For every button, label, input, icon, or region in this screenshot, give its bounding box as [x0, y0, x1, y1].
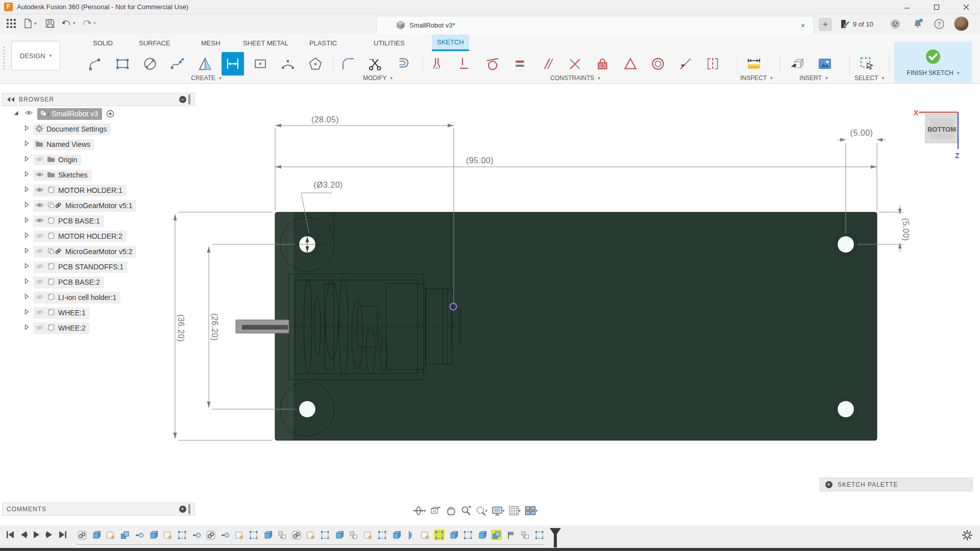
group-label-select[interactable]: SELECT▾: [854, 74, 884, 82]
timeline-feature-sketch[interactable]: [462, 530, 473, 540]
browser-root-item[interactable]: SmallRobot v3: [2, 106, 195, 121]
browser-item-sketches[interactable]: Sketches: [2, 167, 195, 183]
browser-header[interactable]: BROWSER –: [2, 93, 195, 106]
expand-icon[interactable]: [23, 293, 30, 302]
timeline-feature-sketch[interactable]: [377, 530, 387, 540]
browser-item-document-settings[interactable]: Document Settings: [2, 121, 195, 137]
timeline-feature-extrude[interactable]: [391, 530, 402, 540]
timeline-feature-snapshot[interactable]: [348, 530, 359, 540]
notifications-bell-icon[interactable]: [912, 18, 925, 32]
timeline-feature-component[interactable]: [234, 530, 244, 540]
timeline-feature-snapshot[interactable]: [520, 530, 530, 540]
visibility-eye-icon[interactable]: [35, 309, 44, 317]
document-tab[interactable]: SmallRobot v3* ×: [376, 16, 814, 34]
workspace-selector[interactable]: DESIGN▾: [11, 41, 60, 70]
timeline-feature-joint[interactable]: [191, 530, 202, 540]
minimize-button[interactable]: [895, 0, 919, 14]
tool-rectangle-center[interactable]: [249, 52, 272, 76]
ribbon-tab-solid[interactable]: SOLID: [88, 35, 118, 51]
group-label-modify[interactable]: MODIFY▾: [363, 74, 393, 82]
timeline-feature-component[interactable]: [420, 530, 430, 540]
timeline-feature-combine[interactable]: [119, 530, 130, 540]
tool-midpoint[interactable]: [619, 52, 642, 76]
timeline-settings-gear-icon[interactable]: [962, 530, 973, 543]
browser-item-whee-1[interactable]: WHEE:1: [2, 305, 195, 320]
visibility-eye-icon[interactable]: [35, 232, 44, 241]
browser-item-pcb-standoffs-1[interactable]: PCB STANDOFFS:1: [2, 259, 195, 274]
tool-arc[interactable]: [277, 52, 299, 76]
maximize-button[interactable]: [925, 0, 948, 14]
timeline-feature-sketch[interactable]: [320, 530, 330, 540]
expand-icon[interactable]: [23, 232, 30, 241]
expand-open-icon[interactable]: [12, 109, 19, 118]
timeline-feature-link[interactable]: [205, 530, 216, 540]
tool-line[interactable]: [84, 52, 106, 76]
tool-mirror[interactable]: [194, 52, 216, 76]
step-forward-icon[interactable]: [45, 531, 53, 541]
browser-item-pcb-base-1[interactable]: PCB BASE:1: [2, 213, 195, 229]
grid-settings-icon[interactable]: ▾: [508, 505, 521, 516]
browser-scrollbar[interactable]: [188, 94, 190, 105]
expand-icon[interactable]: [23, 216, 30, 226]
browser-collapse-icon[interactable]: –: [179, 96, 186, 103]
group-label-constraints[interactable]: CONSTRAINTS▾: [550, 74, 600, 82]
expand-icon[interactable]: [23, 247, 30, 256]
tool-rectangle[interactable]: [111, 52, 134, 76]
tool-fix[interactable]: [592, 52, 614, 76]
tool-fillet[interactable]: [337, 52, 359, 76]
expand-icon[interactable]: [23, 170, 30, 180]
tool-coincident[interactable]: [426, 52, 449, 76]
expand-icon[interactable]: [23, 278, 30, 287]
collapse-panel-icon[interactable]: [7, 96, 15, 103]
finish-sketch-button[interactable]: FINISH SKETCH▾: [894, 42, 972, 83]
timeline-feature-sketch[interactable]: [434, 530, 445, 540]
visibility-eye-icon[interactable]: [35, 171, 44, 180]
timeline-feature-extrude[interactable]: [91, 530, 102, 540]
timeline-feature-joint[interactable]: [219, 530, 230, 540]
activate-component-icon[interactable]: [106, 110, 114, 118]
page-indicator[interactable]: 9 of 10: [840, 19, 873, 29]
visibility-eye-icon[interactable]: [35, 278, 44, 287]
visibility-eye-icon[interactable]: [35, 156, 44, 164]
timeline-feature-revolve[interactable]: [405, 530, 416, 540]
mount-holes[interactable]: [299, 236, 854, 418]
browser-item-origin[interactable]: Origin: [2, 152, 195, 167]
expand-icon[interactable]: [23, 155, 30, 164]
new-tab-button[interactable]: +: [819, 18, 832, 31]
skip-start-icon[interactable]: [6, 531, 15, 541]
sketch-palette-bar[interactable]: + SKETCH PALETTE: [820, 478, 973, 491]
sketch-palette-expand-icon[interactable]: +: [825, 481, 832, 488]
timeline-feature-extrude[interactable]: [477, 530, 487, 540]
dimension-labels[interactable]: (28.05) (95.00) (5.00) (Ø3.20) (36.20) (…: [177, 115, 910, 342]
expand-icon[interactable]: [23, 140, 30, 149]
sketch-point[interactable]: [450, 304, 457, 310]
tool-measure[interactable]: [743, 52, 765, 76]
group-label-inspect[interactable]: INSPECT▾: [740, 74, 773, 82]
timeline-feature-joint[interactable]: [134, 530, 144, 540]
ribbon-tab-mesh[interactable]: MESH: [196, 35, 226, 51]
ribbon-tab-plastic[interactable]: PLASTIC: [304, 35, 342, 51]
viewcube[interactable]: BOTTOM X Z: [914, 109, 960, 160]
tool-curvature[interactable]: [674, 52, 697, 76]
tool-spline[interactable]: [166, 52, 189, 76]
user-avatar[interactable]: [954, 16, 969, 31]
timeline-feature-combine[interactable]: [491, 530, 502, 540]
timeline-feature-extrude[interactable]: [448, 530, 459, 540]
browser-item-pcb-base-2[interactable]: PCB BASE:2: [2, 274, 195, 290]
ribbon-tab-surface[interactable]: SURFACE: [134, 35, 175, 51]
redo-icon[interactable]: ▾: [82, 18, 96, 28]
timeline-feature-flag[interactable]: [505, 530, 516, 540]
fit-icon[interactable]: ▾: [475, 505, 488, 516]
timeline-feature-sketch[interactable]: [248, 530, 259, 540]
timeline-feature-link[interactable]: [77, 530, 87, 540]
visibility-eye-icon[interactable]: [24, 109, 33, 118]
pcb-board[interactable]: [275, 212, 877, 440]
tool-concentric[interactable]: [647, 52, 669, 76]
visibility-eye-icon[interactable]: [35, 293, 44, 302]
tool-image[interactable]: [814, 52, 836, 76]
expand-icon[interactable]: [23, 308, 30, 317]
timeline-feature-component[interactable]: [162, 530, 173, 540]
browser-item-motor-holder-2[interactable]: MOTOR HOLDER:2: [2, 229, 195, 244]
browser-item-motor-holder-1[interactable]: MOTOR HOLDER:1: [2, 183, 195, 198]
visibility-eye-icon[interactable]: [35, 217, 44, 226]
